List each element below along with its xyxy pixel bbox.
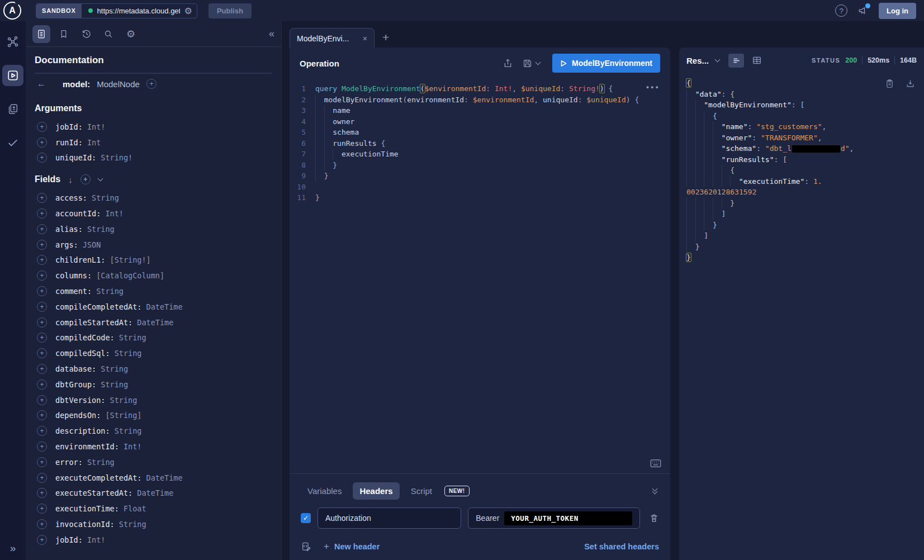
checks-icon[interactable] (2, 132, 23, 153)
expand-rail-icon[interactable]: » (0, 542, 26, 554)
tab-script[interactable]: Script (404, 482, 439, 500)
field-type[interactable]: Int! (83, 535, 106, 544)
formatted-view-icon[interactable] (728, 54, 744, 68)
share-operation-icon[interactable] (503, 58, 513, 69)
add-to-operation-icon[interactable]: + (37, 240, 47, 250)
doc-field-row[interactable]: +compileCompletedAt: DateTime (35, 299, 272, 315)
graphql-editor[interactable]: ●●● 1query ModelByEnvironment($environme… (290, 79, 670, 473)
env-script-icon[interactable] (301, 542, 311, 552)
add-to-operation-icon[interactable]: + (37, 208, 47, 219)
doc-field-row[interactable]: +executionTime: Float (35, 501, 272, 516)
field-type[interactable]: [String] (101, 411, 141, 420)
run-operation-button[interactable]: ModelByEnvironment (552, 54, 660, 73)
doc-field-row[interactable]: +uniqueId: String! (35, 150, 272, 166)
add-to-operation-icon[interactable]: + (37, 426, 47, 436)
field-type[interactable]: DateTime (141, 302, 182, 311)
doc-field-row[interactable]: +access: String (35, 190, 272, 206)
field-type[interactable]: String (110, 349, 142, 358)
doc-field-row[interactable]: +args: JSON (35, 237, 272, 253)
doc-field-row[interactable]: +jobId: Int! (35, 532, 272, 548)
add-all-fields-icon[interactable]: + (80, 174, 91, 184)
doc-field-row[interactable]: +jobId: Int! (35, 119, 272, 135)
field-type[interactable]: String (110, 426, 142, 435)
add-to-operation-icon[interactable]: + (37, 302, 47, 312)
doc-field-row[interactable]: +compiledCode: String (35, 330, 272, 346)
new-tab-icon[interactable]: + (382, 31, 389, 44)
add-to-operation-icon[interactable]: + (37, 488, 47, 498)
field-type[interactable]: String (115, 333, 146, 342)
field-type[interactable]: Int! (119, 442, 142, 451)
doc-field-row[interactable]: +alias: String (35, 221, 272, 237)
tab-variables[interactable]: Variables (301, 482, 348, 500)
doc-field-row[interactable]: +accountId: Int! (35, 206, 272, 221)
schema-graph-icon[interactable] (2, 31, 23, 53)
publish-button[interactable]: Publish (209, 3, 252, 18)
add-to-operation-icon[interactable]: + (37, 317, 47, 328)
breadcrumb-type-name[interactable]: ModelNode (97, 79, 140, 89)
help-icon[interactable]: ? (835, 4, 847, 17)
add-to-operation-icon[interactable]: + (37, 122, 47, 132)
doc-field-row[interactable]: +compiledSql: String (35, 345, 272, 361)
doc-field-row[interactable]: +error: String (35, 454, 272, 470)
endpoint-url-field[interactable]: https://metadata.cloud.get ⚙ (82, 4, 197, 18)
editor-menu-icon[interactable]: ●●● (646, 84, 660, 90)
search-icon[interactable] (99, 25, 117, 43)
add-to-operation-icon[interactable]: + (37, 137, 47, 148)
field-type[interactable]: String (96, 380, 128, 389)
keyboard-shortcuts-icon[interactable] (650, 459, 661, 468)
field-type[interactable]: Int! (101, 209, 124, 218)
save-operation-group[interactable] (522, 58, 540, 69)
add-to-operation-icon[interactable]: + (37, 410, 47, 420)
explorer-icon[interactable] (2, 65, 23, 86)
copy-response-icon[interactable] (885, 79, 894, 88)
doc-field-row[interactable]: +executeCompletedAt: DateTime (35, 470, 272, 486)
doc-field-row[interactable]: +dependsOn: [String] (35, 408, 272, 424)
doc-field-row[interactable]: +dbtVersion: String (35, 392, 272, 408)
field-type[interactable]: DateTime (132, 488, 173, 497)
response-dropdown-chevron-icon[interactable] (715, 57, 721, 63)
sort-fields-icon[interactable]: ↓ (68, 175, 73, 184)
history-icon[interactable] (77, 25, 95, 43)
field-type[interactable]: [CatalogColumn] (92, 271, 164, 280)
operation-collections-icon[interactable] (2, 98, 23, 120)
close-tab-icon[interactable]: × (363, 34, 367, 43)
fields-options-chevron-icon[interactable] (97, 176, 103, 182)
add-to-operation-icon[interactable]: + (37, 348, 47, 358)
collapse-sidebar-icon[interactable]: « (269, 28, 274, 40)
doc-field-row[interactable]: +childrenL1: [String!] (35, 253, 272, 268)
field-type[interactable]: [String!] (105, 255, 150, 264)
field-type[interactable]: String (105, 396, 137, 405)
field-type[interactable]: String (83, 225, 115, 234)
header-key-input[interactable]: Authorization (318, 507, 461, 529)
field-type[interactable]: Int (83, 138, 101, 147)
table-view-icon[interactable] (752, 55, 762, 65)
add-to-operation-icon[interactable]: + (37, 379, 47, 390)
settings-icon[interactable]: ⚙ (122, 25, 140, 43)
field-type[interactable]: String (92, 287, 124, 296)
add-to-operation-icon[interactable]: + (37, 270, 47, 281)
delete-header-icon[interactable] (649, 513, 659, 523)
add-to-operation-icon[interactable]: + (37, 535, 47, 545)
back-arrow-icon[interactable]: ← (37, 79, 46, 89)
add-to-operation-icon[interactable]: + (37, 395, 47, 405)
login-button[interactable]: Log in (879, 3, 916, 19)
add-to-operation-icon[interactable]: + (37, 504, 47, 514)
endpoint-settings-icon[interactable]: ⚙ (184, 6, 192, 16)
download-response-icon[interactable] (906, 79, 915, 88)
add-to-operation-icon[interactable]: + (37, 153, 47, 163)
add-to-operation-icon[interactable]: + (37, 442, 47, 452)
doc-field-row[interactable]: +runId: Int (35, 135, 272, 150)
add-to-operation-icon[interactable]: + (37, 473, 47, 483)
add-to-operation-icon[interactable]: + (37, 333, 47, 343)
field-type[interactable]: DateTime (141, 473, 182, 482)
add-to-operation-icon[interactable]: + (37, 193, 47, 203)
response-title[interactable]: Res... (686, 56, 709, 65)
add-to-operation-icon[interactable]: + (37, 364, 47, 374)
doc-field-row[interactable]: +description: String (35, 423, 272, 439)
doc-field-row[interactable]: +database: String (35, 361, 272, 377)
field-type[interactable]: Float (119, 504, 146, 513)
collapse-panel-icon[interactable] (653, 488, 659, 493)
operation-tab[interactable]: ModelByEnvi... × (290, 28, 375, 48)
announcements-icon[interactable] (857, 5, 869, 16)
field-type[interactable]: Int! (83, 122, 106, 131)
